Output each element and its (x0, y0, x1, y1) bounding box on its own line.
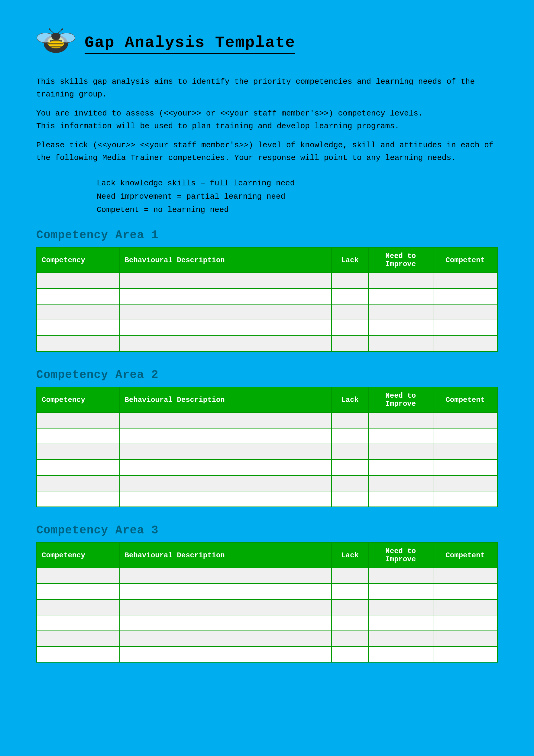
page-title: Gap Analysis Template (85, 34, 295, 54)
header-lack-3: Lack (332, 543, 369, 568)
intro-section: This skills gap analysis aims to identif… (36, 76, 498, 165)
header-competency-3: Competency (37, 543, 120, 568)
section-title-3: Competency Area 3 (36, 524, 498, 537)
legend-line-3: Competent = no learning need (97, 203, 498, 217)
header-behavioural-3: Behavioural Description (120, 543, 332, 568)
table-row (37, 584, 497, 599)
legend-line-2: Need improvement = partial learning need (97, 190, 498, 203)
table-row (37, 491, 497, 507)
legend-line-1: Lack knowledge skills = full learning ne… (97, 176, 498, 190)
table-area-3: Competency Behavioural Description Lack … (36, 542, 498, 662)
section-title-1: Competency Area 1 (36, 229, 498, 242)
table-row (37, 568, 497, 584)
header-competent-3: Competent (433, 543, 498, 568)
header-behavioural-2: Behavioural Description (120, 387, 332, 413)
table-row (37, 288, 497, 304)
header-need-1: Need toImprove (369, 247, 433, 273)
intro-paragraph-1: This skills gap analysis aims to identif… (36, 76, 498, 101)
svg-point-7 (51, 33, 61, 40)
table-row (37, 304, 497, 320)
header-need-2: Need toImprove (369, 387, 433, 413)
table-row (37, 615, 497, 631)
table-row (37, 413, 497, 428)
table-row (37, 444, 497, 460)
table-row (37, 631, 497, 647)
svg-point-11 (61, 28, 63, 30)
header-competency-1: Competency (37, 247, 120, 273)
header-lack-2: Lack (332, 387, 369, 413)
logo (36, 27, 76, 61)
svg-line-10 (58, 30, 62, 33)
header-competency-2: Competency (37, 387, 120, 413)
table-row (37, 336, 497, 351)
competency-area-1: Competency Area 1 Competency Behavioural… (36, 229, 498, 352)
table-row (37, 475, 497, 491)
header-competent-1: Competent (433, 247, 498, 273)
table-area-1: Competency Behavioural Description Lack … (36, 247, 498, 352)
page-header: Gap Analysis Template (36, 27, 498, 61)
table-row (37, 273, 497, 288)
competency-area-2: Competency Area 2 Competency Behavioural… (36, 368, 498, 507)
header-competent-2: Competent (433, 387, 498, 413)
competency-area-3: Competency Area 3 Competency Behavioural… (36, 524, 498, 662)
header-lack-1: Lack (332, 247, 369, 273)
table-row (37, 428, 497, 444)
table-row (37, 647, 497, 662)
table-row (37, 460, 497, 475)
svg-point-9 (49, 28, 50, 30)
header-need-3: Need toImprove (369, 543, 433, 568)
table-area-2: Competency Behavioural Description Lack … (36, 387, 498, 507)
table-row (37, 320, 497, 336)
section-title-2: Competency Area 2 (36, 368, 498, 381)
svg-line-8 (50, 30, 54, 33)
table-row (37, 599, 497, 615)
legend-box: Lack knowledge skills = full learning ne… (97, 176, 498, 217)
header-behavioural-1: Behavioural Description (120, 247, 332, 273)
intro-paragraph-2: You are invited to assess (<<your>> or <… (36, 107, 498, 132)
intro-paragraph-3: Please tick (<<your>> <<your staff membe… (36, 139, 498, 164)
